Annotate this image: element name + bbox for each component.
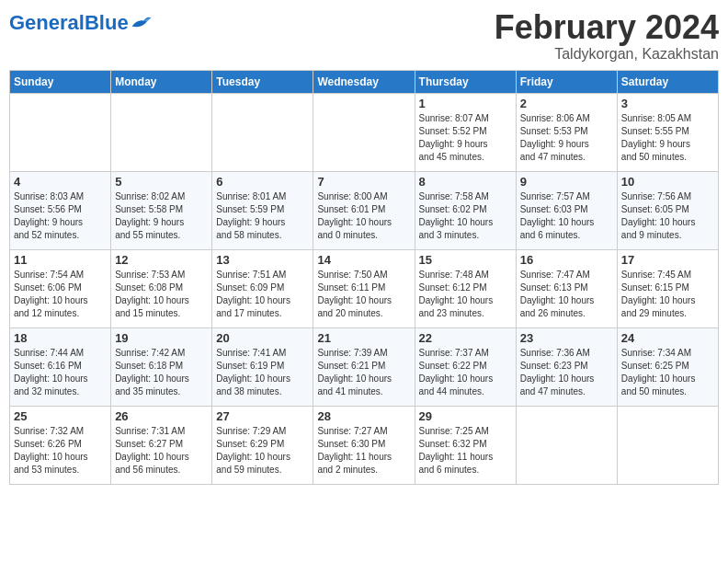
day-info: Sunrise: 7:39 AM Sunset: 6:21 PM Dayligh… — [317, 347, 410, 398]
day-cell: 29Sunrise: 7:25 AM Sunset: 6:32 PM Dayli… — [415, 406, 516, 484]
day-info: Sunrise: 7:25 AM Sunset: 6:32 PM Dayligh… — [419, 425, 512, 477]
day-cell: 11Sunrise: 7:54 AM Sunset: 6:06 PM Dayli… — [10, 249, 111, 327]
header-cell-thursday: Thursday — [415, 70, 516, 93]
day-cell: 13Sunrise: 7:51 AM Sunset: 6:09 PM Dayli… — [212, 249, 313, 327]
day-cell — [617, 406, 718, 484]
logo-general: General — [9, 11, 85, 34]
location-title: Taldykorgan, Kazakhstan — [495, 46, 719, 63]
day-info: Sunrise: 7:34 AM Sunset: 6:25 PM Dayligh… — [621, 347, 714, 398]
day-number: 29 — [419, 409, 512, 423]
day-cell: 27Sunrise: 7:29 AM Sunset: 6:29 PM Dayli… — [212, 406, 313, 484]
day-number: 20 — [216, 331, 309, 345]
day-number: 19 — [115, 331, 208, 345]
day-cell — [10, 93, 111, 171]
day-cell — [313, 93, 415, 171]
day-info: Sunrise: 7:37 AM Sunset: 6:22 PM Dayligh… — [419, 347, 512, 398]
day-cell: 3Sunrise: 8:05 AM Sunset: 5:55 PM Daylig… — [617, 93, 718, 171]
header-cell-friday: Friday — [516, 70, 617, 93]
day-number: 3 — [621, 97, 714, 110]
header-cell-monday: Monday — [111, 70, 212, 93]
day-cell: 18Sunrise: 7:44 AM Sunset: 6:16 PM Dayli… — [10, 327, 111, 406]
day-number: 26 — [115, 409, 208, 423]
day-info: Sunrise: 7:41 AM Sunset: 6:19 PM Dayligh… — [216, 347, 309, 398]
logo-blue: Blue — [85, 11, 129, 34]
day-cell: 19Sunrise: 7:42 AM Sunset: 6:18 PM Dayli… — [111, 327, 212, 406]
day-info: Sunrise: 8:02 AM Sunset: 5:58 PM Dayligh… — [115, 190, 208, 242]
day-info: Sunrise: 7:48 AM Sunset: 6:12 PM Dayligh… — [419, 269, 512, 320]
day-info: Sunrise: 8:01 AM Sunset: 5:59 PM Dayligh… — [216, 190, 309, 242]
week-row: 4Sunrise: 8:03 AM Sunset: 5:56 PM Daylig… — [10, 171, 719, 249]
day-number: 18 — [14, 331, 107, 345]
day-cell: 24Sunrise: 7:34 AM Sunset: 6:25 PM Dayli… — [617, 327, 718, 406]
day-number: 5 — [115, 175, 208, 189]
day-number: 12 — [115, 253, 208, 267]
header-cell-sunday: Sunday — [10, 70, 111, 93]
day-info: Sunrise: 7:29 AM Sunset: 6:29 PM Dayligh… — [216, 425, 309, 477]
day-number: 22 — [419, 331, 512, 345]
day-info: Sunrise: 7:44 AM Sunset: 6:16 PM Dayligh… — [14, 347, 107, 398]
logo-text: GeneralBlue — [9, 13, 129, 33]
day-info: Sunrise: 7:51 AM Sunset: 6:09 PM Dayligh… — [216, 269, 309, 320]
calendar-body: 1Sunrise: 8:07 AM Sunset: 5:52 PM Daylig… — [10, 93, 719, 484]
day-number: 11 — [14, 253, 107, 267]
day-cell: 4Sunrise: 8:03 AM Sunset: 5:56 PM Daylig… — [10, 171, 111, 249]
day-cell: 16Sunrise: 7:47 AM Sunset: 6:13 PM Dayli… — [516, 249, 617, 327]
day-number: 16 — [520, 253, 613, 267]
week-row: 1Sunrise: 8:07 AM Sunset: 5:52 PM Daylig… — [10, 93, 719, 171]
week-row: 18Sunrise: 7:44 AM Sunset: 6:16 PM Dayli… — [10, 327, 719, 406]
day-cell — [111, 93, 212, 171]
day-number: 6 — [216, 175, 309, 189]
day-cell: 12Sunrise: 7:53 AM Sunset: 6:08 PM Dayli… — [111, 249, 212, 327]
day-number: 24 — [621, 331, 714, 345]
day-info: Sunrise: 7:27 AM Sunset: 6:30 PM Dayligh… — [317, 425, 410, 477]
day-info: Sunrise: 7:56 AM Sunset: 6:05 PM Dayligh… — [621, 190, 714, 242]
day-info: Sunrise: 7:36 AM Sunset: 6:23 PM Dayligh… — [520, 347, 613, 398]
day-cell: 1Sunrise: 8:07 AM Sunset: 5:52 PM Daylig… — [415, 93, 516, 171]
title-block: February 2024 Taldykorgan, Kazakhstan — [495, 9, 719, 63]
day-cell — [516, 406, 617, 484]
month-title: February 2024 — [495, 9, 719, 46]
day-info: Sunrise: 7:58 AM Sunset: 6:02 PM Dayligh… — [419, 190, 512, 242]
day-info: Sunrise: 8:00 AM Sunset: 6:01 PM Dayligh… — [317, 190, 410, 242]
day-cell: 2Sunrise: 8:06 AM Sunset: 5:53 PM Daylig… — [516, 93, 617, 171]
day-number: 7 — [317, 175, 410, 189]
day-cell: 23Sunrise: 7:36 AM Sunset: 6:23 PM Dayli… — [516, 327, 617, 406]
day-number: 1 — [419, 97, 512, 110]
day-info: Sunrise: 7:42 AM Sunset: 6:18 PM Dayligh… — [115, 347, 208, 398]
week-row: 25Sunrise: 7:32 AM Sunset: 6:26 PM Dayli… — [10, 406, 719, 484]
day-info: Sunrise: 7:50 AM Sunset: 6:11 PM Dayligh… — [317, 269, 410, 320]
day-number: 17 — [621, 253, 714, 267]
day-number: 23 — [520, 331, 613, 345]
day-cell: 10Sunrise: 7:56 AM Sunset: 6:05 PM Dayli… — [617, 171, 718, 249]
calendar-table: SundayMondayTuesdayWednesdayThursdayFrid… — [9, 70, 719, 485]
day-info: Sunrise: 8:03 AM Sunset: 5:56 PM Dayligh… — [14, 190, 107, 242]
day-cell: 5Sunrise: 8:02 AM Sunset: 5:58 PM Daylig… — [111, 171, 212, 249]
day-number: 8 — [419, 175, 512, 189]
day-cell: 26Sunrise: 7:31 AM Sunset: 6:27 PM Dayli… — [111, 406, 212, 484]
day-number: 13 — [216, 253, 309, 267]
day-cell: 9Sunrise: 7:57 AM Sunset: 6:03 PM Daylig… — [516, 171, 617, 249]
day-number: 25 — [14, 409, 107, 423]
day-info: Sunrise: 7:54 AM Sunset: 6:06 PM Dayligh… — [14, 269, 107, 320]
day-cell: 21Sunrise: 7:39 AM Sunset: 6:21 PM Dayli… — [313, 327, 415, 406]
day-number: 28 — [317, 409, 410, 423]
day-info: Sunrise: 7:53 AM Sunset: 6:08 PM Dayligh… — [115, 269, 208, 320]
day-cell: 14Sunrise: 7:50 AM Sunset: 6:11 PM Dayli… — [313, 249, 415, 327]
day-cell: 25Sunrise: 7:32 AM Sunset: 6:26 PM Dayli… — [10, 406, 111, 484]
day-number: 9 — [520, 175, 613, 189]
day-number: 4 — [14, 175, 107, 189]
day-number: 15 — [419, 253, 512, 267]
day-cell: 15Sunrise: 7:48 AM Sunset: 6:12 PM Dayli… — [415, 249, 516, 327]
day-cell: 8Sunrise: 7:58 AM Sunset: 6:02 PM Daylig… — [415, 171, 516, 249]
day-number: 21 — [317, 331, 410, 345]
day-info: Sunrise: 8:07 AM Sunset: 5:52 PM Dayligh… — [419, 112, 512, 164]
day-cell — [212, 93, 313, 171]
day-cell: 17Sunrise: 7:45 AM Sunset: 6:15 PM Dayli… — [617, 249, 718, 327]
page-header: GeneralBlue February 2024 Taldykorgan, K… — [9, 9, 719, 63]
logo-bird-icon — [131, 13, 153, 31]
day-info: Sunrise: 7:31 AM Sunset: 6:27 PM Dayligh… — [115, 425, 208, 477]
day-cell: 6Sunrise: 8:01 AM Sunset: 5:59 PM Daylig… — [212, 171, 313, 249]
week-row: 11Sunrise: 7:54 AM Sunset: 6:06 PM Dayli… — [10, 249, 719, 327]
day-cell: 28Sunrise: 7:27 AM Sunset: 6:30 PM Dayli… — [313, 406, 415, 484]
day-cell: 7Sunrise: 8:00 AM Sunset: 6:01 PM Daylig… — [313, 171, 415, 249]
